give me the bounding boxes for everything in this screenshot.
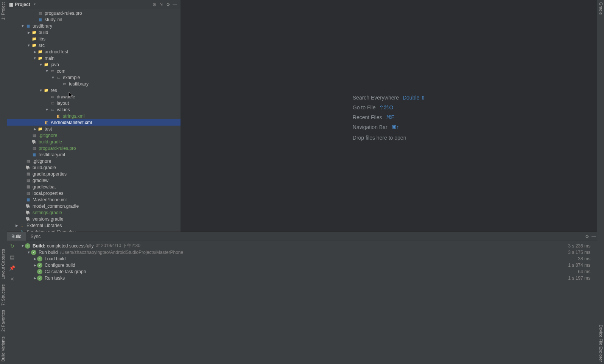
folder-blue-icon: 📁 [43, 62, 49, 68]
tree-item-label: MasterPhone.iml [33, 197, 67, 202]
build-close-icon[interactable]: ✕ [10, 276, 14, 282]
tree-item[interactable]: ▭layout [7, 100, 181, 106]
folder-pkg-icon: ▭ [49, 94, 55, 100]
tree-item[interactable]: ▤proguard-rules.pro [7, 10, 181, 16]
tree-arrow-icon[interactable]: ▶ [33, 127, 37, 131]
tree-arrow-icon[interactable]: ▼ [39, 89, 43, 92]
locate-icon[interactable]: ⊕ [151, 1, 158, 8]
gear-icon[interactable]: ⚙ [165, 1, 171, 8]
build-arrow-icon[interactable]: ▶ [33, 257, 37, 261]
tree-item[interactable]: ◧strings.xml [7, 113, 181, 119]
gutter-structure[interactable]: 7: Structure [0, 282, 7, 308]
gutter-device-file-explorer[interactable]: Device File Explorer [597, 322, 604, 364]
hide-icon[interactable]: — [171, 1, 178, 8]
build-arrow-icon[interactable]: ▼ [26, 250, 31, 254]
build-row[interactable]: ▶✓Load build38 ms [19, 255, 596, 262]
tree-arrow-icon[interactable]: ▶ [14, 224, 19, 227]
build-output-tree[interactable]: ▼✓Build: completed successfullyat 2019/4… [17, 241, 597, 364]
tree-item[interactable]: ▤.gitignore [7, 158, 181, 164]
gutter-project[interactable]: 1: Project [0, 0, 7, 22]
tree-item[interactable]: ▭drawable [7, 93, 181, 100]
tree-item[interactable]: 🐘settings.gradle [7, 209, 181, 216]
gutter-layout-captures[interactable]: Layout Captures [0, 247, 7, 282]
build-row-path: /Users/zhaozhaoyingtao/AndroidStudioProj… [60, 250, 184, 255]
build-filter-icon[interactable]: ▤ [10, 254, 14, 260]
tree-arrow-icon[interactable]: ▶ [33, 50, 37, 54]
tree-item[interactable]: 🐘build.gradle [7, 164, 181, 171]
build-row-time: 3 s 236 ms [568, 243, 596, 249]
tree-item[interactable]: ▶📁test [7, 126, 181, 132]
tree-item[interactable]: ▤local.properties [7, 190, 181, 196]
gradle-icon: 🐘 [25, 165, 31, 171]
project-panel-title[interactable]: ▦ Project ▼ [9, 2, 36, 7]
tree-item-label: build.gradle [39, 139, 62, 145]
project-tree[interactable]: ▤proguard-rules.pro▦study.iml▼▦testlibra… [7, 9, 181, 232]
tree-item[interactable]: ▤.gitignore [7, 132, 181, 138]
tree-item[interactable]: ▼📁main [7, 55, 181, 61]
tree-arrow-icon[interactable]: ▼ [33, 56, 37, 60]
tree-item[interactable]: ▤proguard-rules.pro [7, 145, 181, 151]
tree-item[interactable]: ▦MasterPhone.iml [7, 196, 181, 203]
build-row[interactable]: ▼✓Build: completed successfullyat 2019/4… [19, 243, 596, 249]
tree-item[interactable]: ▤gradlew.bat [7, 184, 181, 190]
gutter-build-variants[interactable]: Build Variants [0, 334, 7, 364]
folder-icon: 📁 [37, 55, 43, 61]
tree-item[interactable]: 📁libs [7, 36, 181, 42]
tree-arrow-icon[interactable]: ▼ [45, 69, 49, 73]
gradle-icon: 🐘 [25, 216, 31, 222]
tree-arrow-icon[interactable]: ▼ [20, 24, 25, 28]
tree-item[interactable]: ✎Scratches and Consoles [7, 229, 181, 232]
build-row[interactable]: ▶✓Run tasks1 s 197 ms [19, 275, 596, 281]
tree-item[interactable]: ▶📁androidTest [7, 48, 181, 55]
gutter-gradle[interactable]: Gradle [597, 0, 604, 17]
tree-item[interactable]: ▤gradlew [7, 177, 181, 184]
gutter-favorites[interactable]: 2: Favorites [0, 308, 7, 334]
tree-item[interactable]: ▼▭com [7, 68, 181, 74]
collapse-icon[interactable]: ⇲ [158, 1, 165, 8]
build-row[interactable]: ▼✓Run build/Users/zhaozhaoyingtao/Androi… [19, 249, 596, 255]
tree-item[interactable]: ▼📁java [7, 61, 181, 68]
tree-item[interactable]: ▦testlibrary.iml [7, 151, 181, 158]
build-hide-icon[interactable]: — [590, 233, 597, 240]
tree-arrow-icon[interactable]: ▶ [26, 31, 31, 34]
tree-item[interactable]: 🐘build.gradle [7, 138, 181, 145]
status-ok-icon: ✓ [37, 269, 42, 274]
folder-pkg-icon: ▭ [61, 81, 67, 87]
tab-sync[interactable]: Sync [26, 232, 45, 241]
tree-arrow-icon[interactable]: ▼ [26, 44, 31, 47]
tree-arrow-icon[interactable]: ▼ [39, 63, 43, 67]
tree-item[interactable]: ▼📁res [7, 87, 181, 93]
tab-build[interactable]: Build [7, 232, 26, 241]
welcome-drop-hint: Drop files here to open [353, 135, 425, 141]
tree-item-label: java [51, 62, 59, 67]
tree-item[interactable]: ▶⛬External Libraries [7, 222, 181, 229]
xml-icon: ◧ [43, 120, 49, 126]
build-gear-icon[interactable]: ⚙ [584, 233, 590, 240]
tree-item[interactable]: ▼▭values [7, 106, 181, 113]
build-arrow-icon[interactable]: ▶ [33, 263, 37, 267]
file-icon: ▤ [31, 145, 37, 151]
tree-arrow-icon[interactable]: ▼ [45, 108, 49, 112]
welcome-hint-label: Recent Files [353, 114, 382, 120]
build-arrow-icon[interactable]: ▼ [20, 244, 25, 248]
tree-item-label: layout [57, 101, 69, 106]
folder-pkg-icon: ▭ [55, 75, 61, 81]
build-pin-icon[interactable]: 📌 [9, 265, 15, 271]
tree-item[interactable]: ▤gradle.properties [7, 171, 181, 177]
tree-item[interactable]: ▦study.iml [7, 16, 181, 23]
tree-item[interactable]: ▭testlibrary [7, 81, 181, 87]
tree-arrow-icon[interactable]: ▼ [51, 76, 55, 79]
tree-item[interactable]: 🐘versions.gradle [7, 216, 181, 222]
tree-item[interactable]: ▼📁src [7, 42, 181, 48]
build-row[interactable]: ✓Calculate task graph64 ms [19, 268, 596, 275]
build-rerun-icon[interactable]: ↻ [10, 243, 14, 249]
build-row[interactable]: ▶✓Configure build1 s 874 ms [19, 262, 596, 268]
tree-item[interactable]: ◧AndroidManifest.xml [7, 119, 181, 126]
tree-item[interactable]: ▶📁build [7, 29, 181, 36]
tree-item[interactable]: ▼▭example [7, 74, 181, 81]
build-arrow-icon[interactable]: ▶ [33, 276, 37, 280]
mod-icon: ▦ [25, 197, 31, 203]
status-ok-icon: ✓ [37, 275, 42, 281]
tree-item[interactable]: 🐘model_common.gradle [7, 203, 181, 209]
tree-item[interactable]: ▼▦testlibrary [7, 23, 181, 29]
